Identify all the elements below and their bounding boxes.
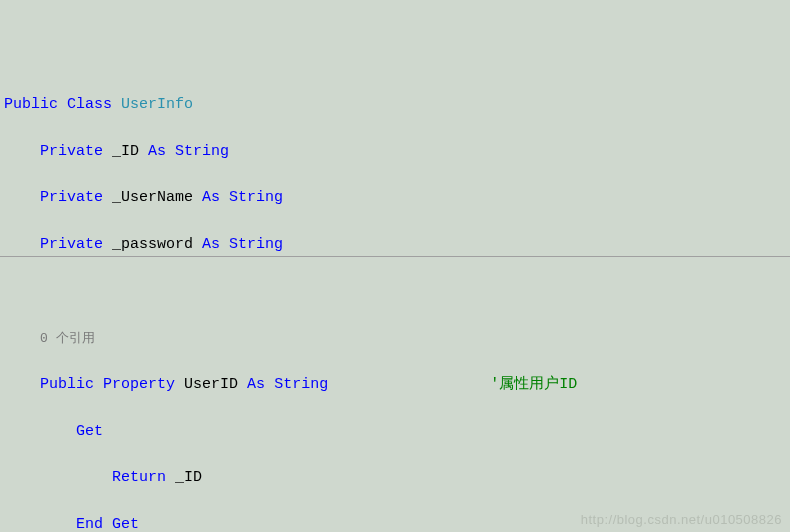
keyword-as: As [202,189,220,206]
identifier: _ID [175,469,202,486]
references-count[interactable]: 0 个引用 [40,331,95,346]
code-line[interactable]: Return _ID [0,466,790,489]
comment: '属性用户ID [490,376,577,393]
code-line[interactable]: Get [0,420,790,443]
keyword-as: As [247,376,265,393]
keyword-property: Property [103,376,175,393]
identifier: _UserName [112,189,193,206]
code-line[interactable]: Public Property UserID As String '属性用户ID [0,373,790,396]
keyword-string: String [229,236,283,253]
keyword-public: Public [40,376,94,393]
keyword-string: String [229,189,283,206]
code-line[interactable]: Private _password As String [0,233,790,257]
code-line[interactable]: Public Class UserInfo [0,93,790,116]
identifier: _ID [112,143,139,160]
keyword-private: Private [40,143,103,160]
keyword-private: Private [40,189,103,206]
code-line[interactable]: Private _ID As String [0,140,790,163]
class-name: UserInfo [121,96,193,113]
keyword-public: Public [4,96,58,113]
identifier: _password [112,236,193,253]
property-name: UserID [184,376,238,393]
codelens-refs[interactable]: 0 个引用 [0,327,790,350]
keyword-class: Class [67,96,112,113]
keyword-return: Return [112,469,166,486]
keyword-as: As [202,236,220,253]
blank-line[interactable] [0,280,790,303]
keyword-get: Get [76,423,103,440]
code-line[interactable]: Private _UserName As String [0,186,790,209]
keyword-end: End [76,516,103,533]
keyword-as: As [148,143,166,160]
keyword-string: String [175,143,229,160]
keyword-string: String [274,376,328,393]
keyword-private: Private [40,236,103,253]
keyword-get: Get [112,516,139,533]
watermark-text: http://blog.csdn.net/u010508826 [581,510,782,530]
